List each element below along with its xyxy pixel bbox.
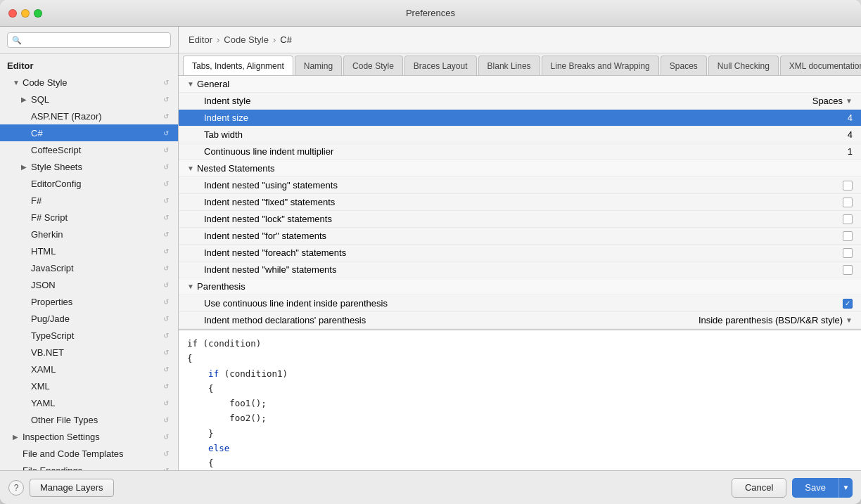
item-label: Inspection Settings	[23, 432, 161, 442]
help-button[interactable]: ?	[8, 480, 24, 496]
reset-icon[interactable]: ↺	[161, 111, 171, 121]
cont-line-paren-checkbox[interactable]	[843, 299, 853, 309]
code-preview: if (condition) { if (condition1) { foo1(…	[179, 330, 861, 470]
sidebar-item-coffeescript[interactable]: CoffeeScript ↺	[0, 141, 178, 158]
indent-style-dropdown[interactable]: Spaces ▼	[812, 96, 853, 106]
reset-icon[interactable]: ↺	[161, 364, 171, 374]
sidebar-item-file-code-templates[interactable]: File and Code Templates ↺	[0, 445, 178, 462]
row-indent-for[interactable]: Indent nested "for" statements	[179, 228, 861, 245]
reset-icon[interactable]: ↺	[161, 297, 171, 306]
reset-icon[interactable]: ↺	[161, 128, 171, 138]
row-label: Indent nested "using" statements	[187, 180, 712, 190]
save-dropdown-button[interactable]: ▼	[838, 478, 853, 498]
reset-icon[interactable]: ↺	[161, 398, 171, 408]
row-indent-method-decl[interactable]: Indent method declarations' parenthesis …	[179, 312, 861, 329]
row-cont-line-paren[interactable]: Use continuous line indent inside parent…	[179, 295, 861, 312]
section-label: General	[197, 79, 853, 89]
indent-for-checkbox[interactable]	[843, 231, 853, 241]
sidebar-item-xml[interactable]: XML ↺	[0, 377, 178, 394]
tab-spaces[interactable]: Spaces	[661, 56, 707, 75]
tab-tabs-indents[interactable]: Tabs, Indents, Alignment	[183, 56, 293, 76]
item-label: Code Style	[23, 77, 161, 88]
reset-icon[interactable]: ↺	[161, 246, 171, 256]
reset-icon[interactable]: ↺	[161, 229, 171, 239]
indent-while-checkbox[interactable]	[843, 265, 853, 275]
help-label: ?	[14, 483, 19, 493]
sidebar-item-json[interactable]: JSON ↺	[0, 276, 178, 293]
cancel-button[interactable]: Cancel	[732, 478, 786, 498]
sidebar-item-fsharp[interactable]: F# ↺	[0, 192, 178, 209]
search-wrapper: 🔍	[7, 32, 171, 48]
sidebar-item-editorconfig[interactable]: EditorConfig ↺	[0, 175, 178, 192]
row-indent-fixed[interactable]: Indent nested "fixed" statements	[179, 194, 861, 211]
sidebar-item-fsharp-script[interactable]: F# Script ↺	[0, 209, 178, 226]
sidebar-item-style-sheets[interactable]: ▶ Style Sheets ↺	[0, 158, 178, 175]
row-cont-line-indent[interactable]: Continuous line indent multiplier 1	[179, 143, 861, 160]
sidebar-item-pug-jade[interactable]: Pug/Jade ↺	[0, 310, 178, 327]
sidebar-item-yaml[interactable]: YAML ↺	[0, 394, 178, 411]
sidebar-item-sql[interactable]: ▶ SQL ↺	[0, 91, 178, 108]
sidebar-item-other-file-types[interactable]: Other File Types ↺	[0, 411, 178, 428]
row-indent-using[interactable]: Indent nested "using" statements	[179, 177, 861, 194]
manage-layers-button[interactable]: Manage Layers	[30, 479, 114, 497]
save-button[interactable]: Save	[792, 478, 838, 498]
breadcrumb-current: C#	[280, 34, 292, 45]
item-label: F# Script	[31, 212, 161, 223]
reset-icon[interactable]: ↺	[161, 381, 171, 391]
reset-icon[interactable]: ↺	[161, 465, 171, 470]
indent-lock-checkbox[interactable]	[843, 214, 853, 224]
reset-icon[interactable]: ↺	[161, 280, 171, 290]
sidebar-item-csharp[interactable]: C# ↺	[0, 124, 178, 141]
sidebar-item-html[interactable]: HTML ↺	[0, 243, 178, 259]
row-indent-style[interactable]: Indent style Spaces ▼	[179, 93, 861, 110]
tab-label: XML documentation	[789, 61, 861, 71]
sidebar-item-vbnet[interactable]: VB.NET ↺	[0, 344, 178, 361]
reset-icon[interactable]: ↺	[161, 432, 171, 441]
row-indent-while[interactable]: Indent nested "while" statements	[179, 261, 861, 278]
tab-xml-doc[interactable]: XML documentation	[780, 56, 861, 75]
reset-icon[interactable]: ↺	[161, 314, 171, 323]
sidebar-item-code-style[interactable]: ▼ Code Style ↺	[0, 74, 178, 91]
reset-icon[interactable]: ↺	[161, 263, 171, 273]
row-indent-lock[interactable]: Indent nested "lock" statements	[179, 211, 861, 228]
reset-icon[interactable]: ↺	[161, 330, 171, 340]
sidebar-item-typescript[interactable]: TypeScript ↺	[0, 327, 178, 344]
item-label: YAML	[31, 398, 161, 408]
reset-icon[interactable]: ↺	[161, 162, 171, 172]
row-indent-size[interactable]: Indent size 4	[179, 110, 861, 127]
minimize-button[interactable]	[21, 9, 30, 18]
sidebar-item-javascript[interactable]: JavaScript ↺	[0, 259, 178, 276]
tab-label: Null Checking	[718, 61, 770, 71]
sidebar-item-gherkin[interactable]: Gherkin ↺	[0, 226, 178, 243]
sidebar-item-file-encodings[interactable]: File Encodings ↺	[0, 462, 178, 470]
reset-icon[interactable]: ↺	[161, 415, 171, 425]
close-button[interactable]	[8, 9, 17, 18]
reset-icon[interactable]: ↺	[161, 94, 171, 104]
sidebar-item-inspection-settings[interactable]: ▶ Inspection Settings ↺	[0, 428, 178, 445]
row-indent-foreach[interactable]: Indent nested "foreach" statements	[179, 245, 861, 261]
search-input[interactable]	[7, 32, 171, 48]
row-tab-width[interactable]: Tab width 4	[179, 127, 861, 143]
item-label: XAML	[31, 364, 161, 375]
indent-foreach-checkbox[interactable]	[843, 248, 853, 258]
indent-fixed-checkbox[interactable]	[843, 198, 853, 207]
sidebar-item-aspnet[interactable]: ASP.NET (Razor) ↺	[0, 108, 178, 124]
reset-icon[interactable]: ↺	[161, 195, 171, 205]
tab-null-checking[interactable]: Null Checking	[708, 56, 779, 75]
tab-braces-layout[interactable]: Braces Layout	[404, 56, 477, 75]
sidebar-item-properties[interactable]: Properties ↺	[0, 293, 178, 310]
tab-code-style[interactable]: Code Style	[343, 56, 403, 75]
reset-icon[interactable]: ↺	[161, 77, 171, 87]
tab-blank-lines[interactable]: Blank Lines	[478, 56, 540, 75]
reset-icon[interactable]: ↺	[161, 212, 171, 222]
reset-icon[interactable]: ↺	[161, 145, 171, 155]
reset-icon[interactable]: ↺	[161, 179, 171, 188]
indent-using-checkbox[interactable]	[843, 181, 853, 190]
indent-method-dropdown[interactable]: Inside parenthesis (BSD/K&R style) ▼	[699, 315, 853, 325]
maximize-button[interactable]	[34, 9, 42, 18]
reset-icon[interactable]: ↺	[161, 347, 171, 357]
tab-naming[interactable]: Naming	[295, 56, 342, 75]
tab-line-breaks[interactable]: Line Breaks and Wrapping	[542, 56, 659, 75]
sidebar-item-xaml[interactable]: XAML ↺	[0, 361, 178, 377]
reset-icon[interactable]: ↺	[161, 448, 171, 458]
